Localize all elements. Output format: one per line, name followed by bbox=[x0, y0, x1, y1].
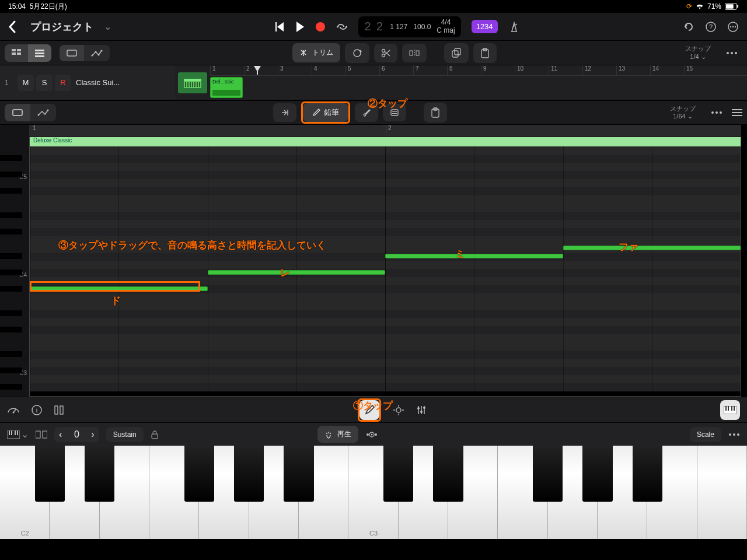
loop-tool-button[interactable] bbox=[345, 43, 369, 63]
mixer-button[interactable] bbox=[416, 405, 427, 415]
svg-rect-16 bbox=[35, 52, 44, 54]
piano-keys-sidebar[interactable]: C3C4C5 bbox=[0, 125, 29, 397]
tracks-more-button[interactable] bbox=[726, 51, 738, 55]
pr-paste-button[interactable] bbox=[424, 103, 447, 123]
sustain-button[interactable]: Sustain bbox=[106, 427, 144, 442]
svg-rect-15 bbox=[35, 50, 44, 51]
play-surface-button[interactable]: 再生 bbox=[317, 426, 358, 443]
midi-region[interactable]: Del...ssic bbox=[210, 77, 243, 98]
black-key[interactable] bbox=[85, 446, 114, 502]
region-view-button[interactable] bbox=[60, 45, 84, 61]
go-to-start-button[interactable] bbox=[274, 22, 285, 32]
svg-text:i: i bbox=[36, 407, 37, 414]
channel-strip-button[interactable] bbox=[54, 405, 64, 415]
svg-point-9 bbox=[735, 26, 736, 27]
brightness-button[interactable] bbox=[393, 404, 404, 416]
svg-point-53 bbox=[711, 111, 714, 114]
black-key[interactable] bbox=[284, 446, 313, 502]
track-name[interactable]: Classic Sui... bbox=[76, 78, 170, 87]
annotation-mi: ミ bbox=[455, 247, 465, 261]
svg-point-8 bbox=[732, 26, 734, 27]
patch-library-button[interactable] bbox=[7, 405, 20, 415]
rotation-lock-icon: ⟳ bbox=[686, 2, 692, 10]
black-key[interactable] bbox=[633, 446, 662, 502]
undo-button[interactable] bbox=[683, 21, 694, 33]
pencil-tool-button[interactable]: 鉛筆 bbox=[303, 103, 348, 122]
midi-note[interactable] bbox=[385, 254, 563, 258]
note-grid[interactable]: Deluxe Classic bbox=[29, 136, 741, 397]
svg-rect-44 bbox=[257, 71, 258, 75]
metronome-button[interactable] bbox=[508, 21, 520, 33]
svg-point-72 bbox=[417, 407, 420, 410]
svg-rect-35 bbox=[184, 79, 201, 81]
count-in-button[interactable]: 1234 bbox=[472, 20, 498, 33]
play-button[interactable] bbox=[295, 22, 305, 32]
keyboard-toggle-button[interactable] bbox=[720, 400, 740, 420]
lcd-display[interactable]: 2 2 1 127 100.0 4/4 C maj bbox=[358, 16, 460, 37]
snap-setting[interactable]: スナップ1/4 ⌄ bbox=[685, 45, 711, 60]
pr-snap-setting[interactable]: スナップ1/64 ⌄ bbox=[670, 105, 696, 120]
pr-automation-button[interactable] bbox=[30, 104, 56, 121]
scissors-tool-button[interactable] bbox=[374, 44, 397, 62]
pr-catch-button[interactable] bbox=[273, 103, 296, 122]
svg-point-74 bbox=[423, 407, 425, 409]
octave-up-button[interactable]: › bbox=[91, 429, 94, 440]
record-enable-button[interactable]: R bbox=[55, 75, 71, 91]
chevron-down-icon[interactable]: ⌄ bbox=[104, 21, 111, 32]
help-button[interactable]: ? bbox=[705, 21, 717, 33]
view-list-button[interactable] bbox=[28, 44, 51, 62]
annotation-tap2: ②タップ bbox=[368, 97, 407, 110]
black-key[interactable] bbox=[184, 446, 214, 502]
pr-more-button[interactable] bbox=[711, 111, 722, 114]
more-button[interactable] bbox=[727, 21, 739, 33]
svg-point-23 bbox=[354, 50, 361, 57]
midi-note[interactable] bbox=[208, 270, 386, 275]
instrument-icon[interactable] bbox=[178, 72, 207, 93]
black-key[interactable] bbox=[433, 446, 463, 502]
white-key[interactable] bbox=[697, 446, 747, 539]
cycle-button[interactable] bbox=[336, 23, 348, 31]
black-key[interactable] bbox=[234, 446, 264, 502]
svg-rect-14 bbox=[17, 52, 21, 55]
pr-menu-button[interactable] bbox=[732, 109, 742, 116]
automation-view-button[interactable] bbox=[84, 45, 110, 61]
split-tool-button[interactable] bbox=[402, 44, 427, 62]
pr-bar-ruler[interactable]: 12 bbox=[29, 125, 741, 136]
info-button[interactable]: i bbox=[32, 405, 42, 415]
view-grid-button[interactable] bbox=[5, 44, 28, 62]
scale-button[interactable]: Scale bbox=[690, 427, 721, 442]
playhead[interactable] bbox=[253, 65, 261, 74]
arrangement-area[interactable]: 123456789101112131415 Del...ssic bbox=[210, 65, 747, 100]
lock-button[interactable] bbox=[151, 430, 159, 439]
copy-button[interactable] bbox=[444, 43, 469, 63]
svg-rect-57 bbox=[732, 112, 742, 113]
trim-tool-button[interactable]: トリム bbox=[292, 43, 340, 62]
track-header[interactable]: 1 M S R Classic Sui... bbox=[0, 65, 175, 100]
keyboard-type-button[interactable]: ⌄ bbox=[7, 429, 29, 440]
black-key[interactable] bbox=[35, 446, 65, 502]
black-key[interactable] bbox=[533, 446, 563, 502]
octave-down-button[interactable]: ‹ bbox=[59, 429, 62, 440]
svg-rect-81 bbox=[9, 430, 10, 435]
svg-rect-11 bbox=[12, 49, 16, 51]
midi-note[interactable] bbox=[563, 246, 741, 250]
solo-button[interactable]: S bbox=[36, 75, 53, 91]
musical-keyboard[interactable]: C2C3 bbox=[0, 446, 747, 539]
record-button[interactable] bbox=[315, 22, 326, 32]
project-title[interactable]: プロジェクト bbox=[30, 20, 93, 34]
pencil-highlight: 鉛筆 bbox=[301, 102, 350, 124]
paste-button[interactable] bbox=[473, 43, 497, 63]
pr-region-view-button[interactable] bbox=[5, 104, 30, 121]
mute-button[interactable]: M bbox=[18, 75, 34, 91]
svg-point-90 bbox=[371, 433, 373, 435]
svg-rect-76 bbox=[725, 406, 727, 411]
arpeggiator-button[interactable] bbox=[365, 431, 378, 438]
svg-rect-79 bbox=[734, 406, 735, 411]
black-key[interactable] bbox=[383, 446, 413, 502]
split-keyboard-button[interactable] bbox=[36, 430, 47, 439]
kb-more-button[interactable] bbox=[728, 433, 740, 436]
bar-ruler[interactable]: 123456789101112131415 bbox=[210, 65, 747, 76]
octave-stepper[interactable]: ‹ 0 › bbox=[54, 427, 99, 442]
back-button[interactable] bbox=[8, 20, 16, 33]
black-key[interactable] bbox=[582, 446, 612, 502]
